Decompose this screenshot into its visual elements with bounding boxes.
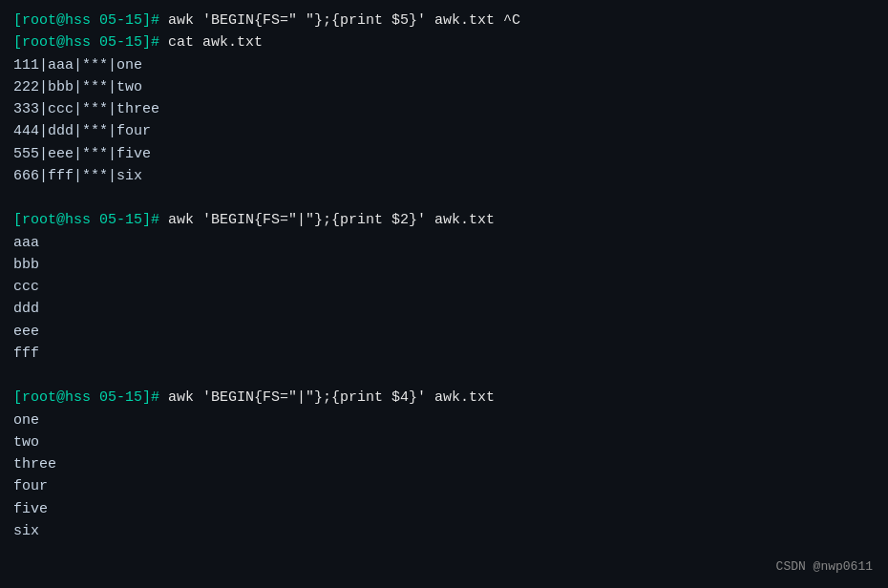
output-line: aaa: [13, 232, 875, 254]
output-line: bbb: [13, 254, 875, 276]
command-text: cat awk.txt: [168, 34, 263, 51]
output-line: six: [13, 520, 875, 542]
prompt-text: [root@hss 05-15]#: [13, 12, 168, 29]
command-text: awk 'BEGIN{FS="|"};{print $4}' awk.txt: [168, 389, 495, 406]
output-line: ccc: [13, 276, 875, 298]
prompt-line: [root@hss 05-15]# cat awk.txt: [13, 32, 875, 53]
command-text: awk 'BEGIN{FS=" "};{print $5}' awk.txt ^…: [168, 12, 520, 29]
output-line: 555|eee|***|five: [13, 143, 875, 165]
prompt-text: [root@hss 05-15]#: [13, 34, 168, 51]
output-line: 111|aaa|***|one: [13, 54, 875, 76]
prompt-line: [root@hss 05-15]# awk 'BEGIN{FS="|"};{pr…: [13, 387, 875, 409]
output-line: five: [13, 498, 875, 520]
output-line: 333|ccc|***|three: [13, 98, 875, 120]
prompt-text: [root@hss 05-15]#: [13, 212, 168, 228]
output-line: ddd: [13, 298, 875, 320]
output-line: three: [13, 453, 875, 475]
output-line: 444|ddd|***|four: [13, 120, 875, 142]
output-line: eee: [13, 321, 875, 343]
output-line: fff: [13, 343, 875, 365]
prompt-line: [root@hss 05-15]# awk 'BEGIN{FS="|"};{pr…: [13, 209, 875, 231]
terminal-content: [root@hss 05-15]# awk 'BEGIN{FS=" "};{pr…: [13, 10, 875, 542]
command-text: awk 'BEGIN{FS="|"};{print $2}' awk.txt: [168, 212, 495, 228]
output-line: four: [13, 475, 875, 497]
prompt-line: [root@hss 05-15]# awk 'BEGIN{FS=" "};{pr…: [13, 10, 875, 32]
prompt-text: [root@hss 05-15]#: [13, 389, 168, 406]
output-line: 666|fff|***|six: [13, 165, 875, 187]
blank-line: [13, 365, 875, 387]
blank-line: [13, 187, 875, 209]
output-line: 222|bbb|***|two: [13, 76, 875, 98]
output-line: one: [13, 410, 875, 431]
output-line: two: [13, 431, 875, 453]
terminal-window: [root@hss 05-15]# awk 'BEGIN{FS=" "};{pr…: [0, 0, 888, 588]
watermark: CSDN @nwp0611: [776, 557, 873, 577]
